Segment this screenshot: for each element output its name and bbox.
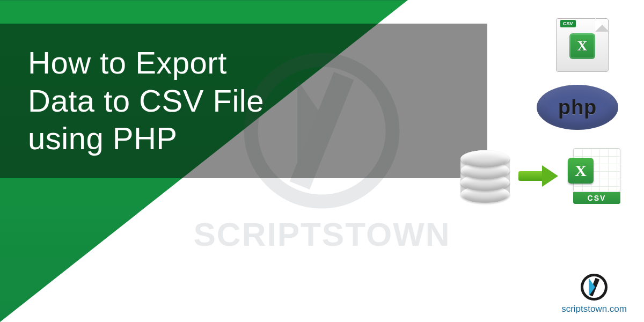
database-icon (460, 150, 510, 202)
csv-band-label: CSV (573, 192, 620, 204)
excel-square-icon: X (569, 33, 595, 59)
banner-canvas: SCRIPTSTOWN How to Export Data to CSV Fi… (0, 0, 644, 322)
excel-x-badge-icon: X (568, 158, 594, 184)
csv-file-icon: CSV X (556, 18, 609, 72)
brand-url: scriptstown.com (561, 304, 627, 314)
x-badge-letter: X (575, 162, 587, 180)
scriptstown-logo-icon (581, 274, 608, 301)
right-icon-column: CSV X php X CSV (498, 18, 621, 204)
db-to-csv-flow: X CSV (460, 148, 620, 204)
title-panel: How to Export Data to CSV File using PHP (0, 24, 487, 178)
page-title: How to Export Data to CSV File using PHP (28, 44, 264, 158)
csv-tab-label: CSV (560, 20, 576, 27)
php-label: php (558, 96, 597, 119)
watermark-text: SCRIPTSTOWN (194, 215, 451, 253)
title-line-2: Data to CSV File (28, 83, 264, 118)
excel-letter: X (577, 38, 588, 54)
php-logo-icon: php (537, 85, 618, 130)
brand-block: scriptstown.com (561, 274, 627, 314)
title-line-3: using PHP (28, 121, 178, 156)
title-line-1: How to Export (28, 45, 227, 80)
arrow-right-icon (518, 165, 560, 187)
csv-spreadsheet-icon: X CSV (569, 148, 620, 204)
